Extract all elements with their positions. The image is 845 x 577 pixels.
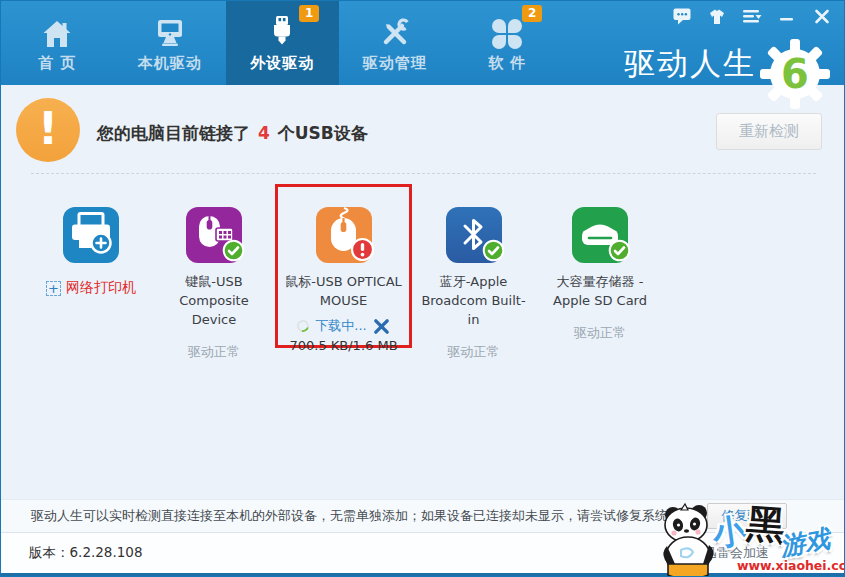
tools-icon bbox=[379, 13, 411, 49]
device-name: 键鼠-USB Composite Device bbox=[156, 272, 272, 329]
device-status: 驱动正常 bbox=[188, 343, 240, 361]
software-icon: 2 bbox=[492, 13, 522, 49]
usb-plug-icon: 1 bbox=[265, 13, 299, 49]
device-network-printer[interactable]: + 网络打印机 bbox=[29, 184, 153, 300]
printer-icon bbox=[63, 207, 119, 263]
device-mass-storage[interactable]: 大容量存储器 -Apple SD Card 驱动正常 bbox=[537, 184, 663, 345]
tab-driver-management[interactable]: 驱动管理 bbox=[339, 1, 452, 85]
usb-count-message: 您的电脑目前链接了 4 个USB设备 bbox=[97, 122, 368, 145]
add-network-printer[interactable]: + 网络打印机 bbox=[46, 279, 136, 297]
storage-drive-icon bbox=[572, 207, 628, 263]
logo-version-number: 6 bbox=[781, 51, 809, 97]
device-name: 大容量存储器 -Apple SD Card bbox=[540, 272, 660, 310]
repair-driver-button[interactable]: 修复驱动 bbox=[707, 503, 787, 529]
add-plus-icon: + bbox=[46, 281, 61, 296]
device-bluetooth[interactable]: 蓝牙-Apple Broadcom Built-in 驱动正常 bbox=[414, 184, 533, 364]
tab-software-label: 软 件 bbox=[488, 54, 526, 73]
tab-home[interactable]: 首 页 bbox=[1, 1, 114, 85]
driver-ok-badge-icon bbox=[482, 239, 505, 266]
download-status: 下载中... bbox=[315, 317, 366, 335]
device-name: 网络打印机 bbox=[66, 279, 136, 297]
bluetooth-icon bbox=[446, 207, 502, 263]
tab-peripheral-drivers[interactable]: 1 外设驱动 bbox=[226, 1, 339, 85]
spinner-icon bbox=[295, 318, 311, 334]
footer-tip-row: 驱动人生可以实时检测直接连接至本机的外部设备，无需单独添加；如果设备已连接却未显… bbox=[1, 499, 844, 532]
version-text: 版本：6.2.28.108 bbox=[29, 544, 143, 562]
close-icon[interactable] bbox=[812, 7, 832, 25]
device-optical-mouse-highlighted[interactable]: 鼠标-USB OPTICAL MOUSE 下载中... 700.5 KB/1.6… bbox=[275, 184, 412, 348]
mouse-keyboard-icon bbox=[186, 207, 242, 263]
app-logo-text: 驱动人生 bbox=[624, 43, 756, 85]
home-icon bbox=[41, 13, 73, 49]
driver-ok-badge-icon bbox=[608, 239, 631, 266]
driver-ok-badge-icon bbox=[222, 239, 245, 266]
device-name: 鼠标-USB OPTICAL MOUSE bbox=[278, 272, 409, 310]
usb-count-suffix: 个USB设备 bbox=[272, 123, 368, 143]
tab-home-label: 首 页 bbox=[38, 54, 76, 73]
tab-driver-management-label: 驱动管理 bbox=[363, 54, 427, 73]
tab-software[interactable]: 2 软 件 bbox=[451, 1, 564, 85]
usb-count-prefix: 您的电脑目前链接了 bbox=[97, 123, 256, 143]
skin-icon[interactable] bbox=[707, 7, 727, 25]
obscured-text-fragment: 迅雷会加速 bbox=[704, 544, 769, 562]
cancel-download-icon[interactable] bbox=[373, 318, 390, 335]
warning-icon: ! bbox=[16, 98, 80, 162]
menu-icon[interactable] bbox=[742, 7, 762, 25]
tab-local-drivers[interactable]: 本机驱动 bbox=[114, 1, 227, 85]
minimize-icon[interactable] bbox=[777, 7, 797, 25]
driver-alert-badge-icon bbox=[350, 237, 375, 266]
tab-peripheral-drivers-label: 外设驱动 bbox=[250, 54, 314, 73]
device-name: 蓝牙-Apple Broadcom Built-in bbox=[417, 272, 530, 329]
navbar: 首 页 本机驱动 bbox=[1, 1, 844, 85]
device-status: 驱动正常 bbox=[574, 324, 626, 342]
redetect-button[interactable]: 重新检测 bbox=[716, 113, 822, 150]
separator-line bbox=[31, 173, 816, 174]
app-window: 首 页 本机驱动 bbox=[0, 0, 845, 577]
footer-tip-text: 驱动人生可以实时检测直接连接至本机的外部设备，无需单独添加；如果设备已连接却未显… bbox=[31, 507, 698, 525]
app-logo: 驱动人生 6 bbox=[624, 29, 830, 99]
device-usb-composite[interactable]: 键鼠-USB Composite Device 驱动正常 bbox=[153, 184, 275, 364]
download-status-row: 下载中... bbox=[297, 317, 389, 335]
usb-count-number: 4 bbox=[256, 123, 272, 143]
peripheral-badge: 1 bbox=[299, 5, 319, 22]
tab-local-drivers-label: 本机驱动 bbox=[138, 54, 202, 73]
feedback-icon[interactable] bbox=[672, 7, 692, 25]
software-badge: 2 bbox=[522, 5, 542, 22]
device-status: 驱动正常 bbox=[448, 343, 500, 361]
download-progress: 700.5 KB/1.6 MB bbox=[289, 338, 397, 353]
device-list: + 网络打印机 bbox=[29, 184, 663, 364]
monitor-icon bbox=[154, 13, 186, 49]
gear-logo-icon: 6 bbox=[760, 39, 830, 109]
window-controls bbox=[672, 7, 832, 25]
mouse-icon bbox=[316, 207, 372, 263]
